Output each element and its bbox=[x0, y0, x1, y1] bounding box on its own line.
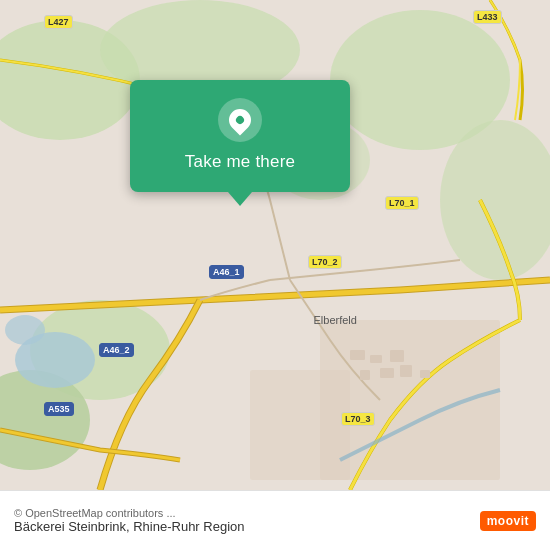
moovit-logo-container: moovit bbox=[480, 511, 536, 531]
footer-bar: © OpenStreetMap contributors ... Bäckere… bbox=[0, 490, 550, 550]
moovit-logo: moovit bbox=[480, 511, 536, 531]
location-pin-circle bbox=[218, 98, 262, 142]
road-badge-l70-3: L70_3 bbox=[341, 412, 375, 426]
svg-rect-16 bbox=[380, 368, 394, 378]
svg-rect-14 bbox=[390, 350, 404, 362]
svg-rect-15 bbox=[360, 370, 370, 380]
take-me-there-button[interactable]: Take me there bbox=[185, 152, 295, 172]
road-badge-a46-1: A46_1 bbox=[209, 265, 244, 279]
map-container: L427 L433 L70_1 L70_2 L70_3 A46_1 A46_2 … bbox=[0, 0, 550, 490]
place-label-elberfeld: Elberfeld bbox=[314, 314, 357, 326]
road-badge-l70-2: L70_2 bbox=[308, 255, 342, 269]
copyright-text: © OpenStreetMap contributors ... bbox=[14, 507, 470, 519]
map-popup: Take me there bbox=[130, 80, 350, 192]
road-badge-l427: L427 bbox=[44, 15, 73, 29]
road-badge-a535: A535 bbox=[44, 402, 74, 416]
location-title: Bäckerei Steinbrink, Rhine-Ruhr Region bbox=[14, 519, 470, 534]
svg-rect-11 bbox=[250, 370, 350, 480]
svg-rect-12 bbox=[350, 350, 365, 360]
svg-point-9 bbox=[5, 315, 45, 345]
road-badge-l70-1: L70_1 bbox=[385, 196, 419, 210]
svg-rect-13 bbox=[370, 355, 382, 363]
road-badge-l433: L433 bbox=[473, 10, 502, 24]
road-badge-a46-2: A46_2 bbox=[99, 343, 134, 357]
pin-icon bbox=[224, 104, 255, 135]
svg-rect-17 bbox=[400, 365, 412, 377]
svg-rect-18 bbox=[420, 370, 430, 378]
